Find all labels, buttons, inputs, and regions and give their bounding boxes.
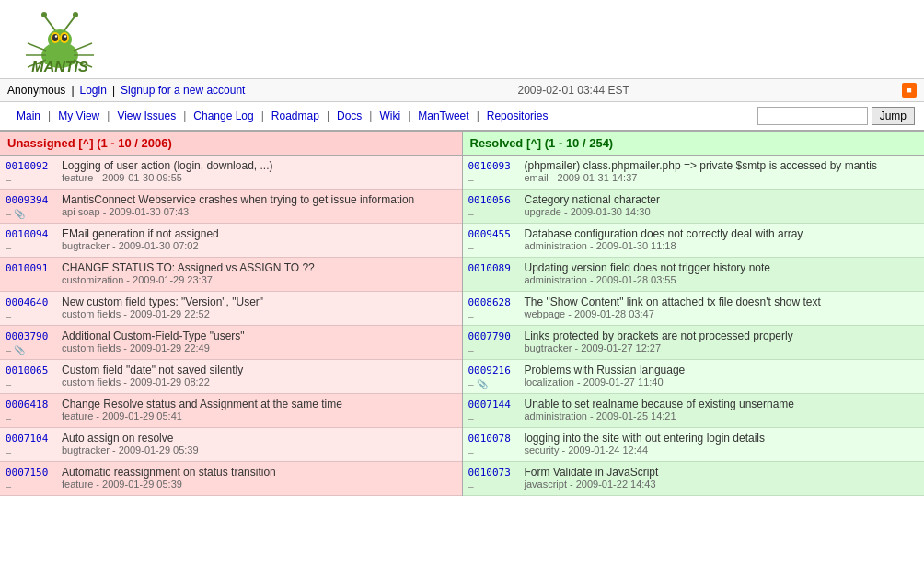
dash-icon: –	[6, 378, 11, 389]
issue-id-link[interactable]: 0007104	[6, 433, 48, 445]
issue-title: Auto assign on resolve	[62, 432, 456, 445]
nav-change-log[interactable]: Change Log	[186, 110, 260, 122]
issue-id-link[interactable]: 0007790	[468, 330, 511, 342]
issue-id-link[interactable]: 0010092	[6, 160, 48, 172]
issue-id-link[interactable]: 0006418	[6, 399, 48, 410]
issue-id-cell: 0007104–	[6, 432, 56, 457]
issue-id-link[interactable]: 0010065	[6, 364, 48, 376]
resolved-issue-row: 0010078–logging into the site with out e…	[463, 428, 925, 462]
dash-icon: –	[6, 174, 11, 185]
issue-meta: custom fields - 2009-01-29 22:52	[62, 308, 456, 319]
issue-detail: Database configuration does not correctl…	[525, 227, 919, 251]
issue-meta: feature - 2009-01-29 05:41	[62, 410, 456, 422]
unassigned-issues: 0010092–Logging of user action (login, d…	[0, 156, 462, 496]
issue-title: Additional Custom-Field-Type "users"	[62, 329, 456, 342]
dash-icon: –	[468, 344, 474, 355]
logo-area: MANTIS	[9, 5, 110, 74]
issue-meta: administration - 2009-01-25 14:21	[525, 410, 919, 422]
dash-icon: –	[468, 174, 474, 185]
issue-meta: feature - 2009-01-30 09:55	[62, 172, 456, 183]
issue-detail: Automatic reassignment on status transit…	[62, 466, 456, 490]
issue-title: Custom field "date" not saved silently	[62, 364, 456, 376]
issue-title: Unable to set realname because of existi…	[525, 398, 919, 410]
issue-id-link[interactable]: 0010089	[468, 262, 511, 274]
issue-id-cell: 0010094–	[6, 227, 56, 253]
issue-id-link[interactable]: 0010056	[468, 194, 511, 206]
issue-detail: MantisConnect Webservice crashes when tr…	[62, 193, 456, 217]
nav-search: Jump	[757, 107, 915, 125]
sep1: |	[71, 84, 74, 97]
header: MANTIS	[0, 0, 924, 79]
issue-meta: custom fields - 2009-01-29 08:22	[62, 376, 456, 387]
attachment-icon: 📎	[477, 379, 488, 389]
dash-icon: –	[6, 480, 11, 491]
issue-id-link[interactable]: 0010094	[6, 228, 48, 240]
issue-title: Automatic reassignment on status transit…	[62, 466, 456, 479]
issue-detail: Logging of user action (login, download,…	[62, 159, 456, 183]
issue-title: logging into the site with out entering …	[525, 432, 919, 445]
issue-id-link[interactable]: 0010078	[468, 433, 511, 445]
issue-title: The "Show Content" link on attached tx f…	[525, 295, 919, 308]
main-content: Unassigned [^] (1 - 10 / 2006) 0010092–L…	[0, 132, 924, 496]
resolved-header: Resolved [^] (1 - 10 / 254)	[463, 132, 925, 156]
login-link[interactable]: Login	[80, 84, 107, 97]
unassigned-issue-row: 0010065–Custom field "date" not saved si…	[0, 360, 462, 394]
issue-detail: Change Resolve status and Assignment at …	[62, 398, 456, 422]
issue-id-link[interactable]: 0010091	[6, 262, 48, 274]
top-bar: Anonymous | Login | Signup for a new acc…	[0, 79, 924, 102]
issue-id-link[interactable]: 0007150	[6, 467, 48, 479]
nav-repositories[interactable]: Repositories	[479, 110, 556, 122]
nav-roadmap[interactable]: Roadmap	[264, 110, 327, 122]
issue-id-cell: 0007150–	[6, 466, 56, 491]
dash-icon: –	[468, 378, 474, 389]
unassigned-issue-row: 0010092–Logging of user action (login, d…	[0, 156, 462, 190]
issue-detail: Problems with Russian languagelocalizati…	[525, 364, 919, 387]
issue-id-cell: 0010078–	[468, 432, 519, 457]
nav-wiki[interactable]: Wiki	[372, 110, 408, 122]
unassigned-issue-row: 0010091–CHANGE STATUS TO: Assigned vs AS…	[0, 258, 462, 292]
issue-id-cell: 0010065–	[6, 364, 56, 389]
issue-detail: New custom field types: "Version", "User…	[62, 295, 456, 319]
nav-view-issues[interactable]: View Issues	[110, 110, 183, 122]
issue-title: Database configuration does not correctl…	[525, 227, 919, 240]
issue-detail: EMail generation if not assignedbugtrack…	[62, 227, 456, 251]
issue-id-link[interactable]: 0009394	[6, 194, 48, 206]
issue-id-link[interactable]: 0003790	[6, 330, 48, 342]
issue-id-link[interactable]: 0010073	[468, 467, 511, 479]
dash-icon: –	[468, 242, 474, 253]
issue-id-link[interactable]: 0007144	[468, 399, 511, 410]
jump-button[interactable]: Jump	[872, 107, 915, 125]
issue-id-cell: 0006418–	[6, 398, 56, 423]
rss-icon[interactable]: ■	[902, 83, 917, 98]
unassigned-issue-row: 0006418–Change Resolve status and Assign…	[0, 394, 462, 428]
issue-meta: security - 2009-01-24 12:44	[525, 445, 919, 456]
issue-meta: customization - 2009-01-29 23:37	[62, 274, 456, 285]
search-input[interactable]	[757, 107, 868, 125]
issue-id-link[interactable]: 0010093	[468, 160, 511, 172]
issue-id-link[interactable]: 0009216	[468, 364, 511, 376]
svg-line-9	[64, 16, 75, 30]
signup-link[interactable]: Signup for a new account	[121, 84, 245, 97]
svg-point-7	[64, 35, 66, 37]
nav-docs[interactable]: Docs	[329, 110, 369, 122]
resolved-panel: Resolved [^] (1 - 10 / 254) 0010093–(php…	[463, 132, 925, 496]
unassigned-header: Unassigned [^] (1 - 10 / 2006)	[0, 132, 462, 156]
nav-mantweet[interactable]: ManTweet	[410, 110, 476, 122]
issue-id-cell: 0009216–📎	[468, 364, 519, 389]
issue-title: Links protected by brackets are not proc…	[525, 329, 919, 342]
issue-detail: logging into the site with out entering …	[525, 432, 919, 456]
unassigned-issue-row: 0009394–📎MantisConnect Webservice crashe…	[0, 190, 462, 224]
nav-main[interactable]: Main	[9, 110, 48, 122]
resolved-issue-row: 0010056–Category national characterupgra…	[463, 190, 925, 224]
issue-id-link[interactable]: 0004640	[6, 296, 48, 308]
issue-title: Change Resolve status and Assignment at …	[62, 398, 456, 410]
issue-id-link[interactable]: 0009455	[468, 228, 511, 240]
issue-detail: The "Show Content" link on attached tx f…	[525, 295, 919, 319]
issue-id-link[interactable]: 0008628	[468, 296, 511, 308]
nav-my-view[interactable]: My View	[51, 110, 107, 122]
issue-meta: bugtracker - 2009-01-27 12:27	[525, 342, 919, 353]
resolved-issue-row: 0009216–📎Problems with Russian languagel…	[463, 360, 925, 394]
issue-title: (phpmailer) class.phpmailer.php => priva…	[525, 159, 919, 172]
dash-icon: –	[6, 242, 11, 253]
datetime-display: 2009-02-01 03:44 EST	[518, 84, 629, 97]
